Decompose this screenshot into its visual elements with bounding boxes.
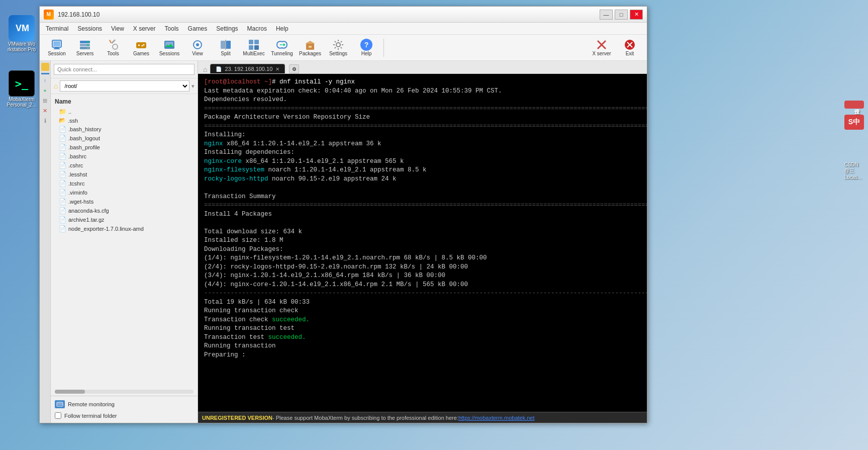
info-icon[interactable]: ℹ (41, 117, 49, 125)
tab-close-button[interactable]: ✕ (275, 66, 279, 72)
sessions-icon (163, 39, 175, 51)
terminal-line-preparing: Preparing : 1/1 (204, 351, 647, 360)
status-link[interactable]: https://mobaxterm.mobatek.net (458, 415, 535, 421)
menu-sessions[interactable]: Sessions (73, 24, 106, 33)
toolbar-split-button[interactable]: Split (213, 36, 239, 59)
path-dropdown[interactable]: /root/ (60, 80, 189, 92)
terminal-tab[interactable]: 📄 23. 192.168.100.10 ✕ (210, 64, 285, 73)
tree-item-lesshst[interactable]: 📄.lesshst (51, 170, 198, 179)
toolbar-packages-button[interactable]: Packages (297, 36, 323, 59)
close-button[interactable]: ✕ (630, 10, 643, 20)
tree-item-cshrc[interactable]: 📄.cshrc (51, 161, 198, 170)
mobaxterm-icon[interactable]: >_ MobaXtermPersonal_2... (4, 70, 39, 108)
tree-item-anaconda[interactable]: 📄anaconda-ks.cfg (51, 206, 198, 215)
menu-xserver[interactable]: X server (129, 24, 160, 33)
sidebar-inner: ↑ + ⊞ ✕ ℹ ⌂ /root/ (40, 61, 198, 423)
file-icon-10: 📄 (59, 207, 66, 214)
file-tree: Name 📁.. 📂.ssh 📄.bash_history 📄.bash_log… (51, 94, 198, 388)
toolbar-help-button[interactable]: ? Help (353, 36, 379, 59)
tree-item-tcshrc[interactable]: 📄.tcshrc (51, 179, 198, 188)
settings-label: Settings (329, 51, 347, 56)
tree-item-bash-logout[interactable]: 📄.bash_logout (51, 134, 198, 143)
toolbar-sessions-button[interactable]: Sessions (156, 36, 182, 59)
menu-view[interactable]: View (107, 24, 128, 33)
svg-rect-4 (54, 48, 60, 49)
vmware-icon[interactable]: VM VMware Workstation Pro (4, 15, 39, 52)
tools-label: Tools (107, 51, 119, 56)
svg-rect-25 (249, 40, 253, 44)
csdn-label[interactable]: CSDN @三Lucas... (844, 162, 864, 180)
file-icon-2: 📄 (59, 135, 66, 142)
svg-rect-23 (226, 41, 231, 49)
file-icon-12: 📄 (59, 225, 66, 232)
tree-item-ssh[interactable]: 📂.ssh (51, 116, 198, 125)
view-label: View (192, 51, 203, 56)
terminal-line-2: Last metadata expiration check: 0:04:40 … (204, 87, 647, 96)
multiexec-label: MultiExec (243, 51, 264, 56)
menu-help[interactable]: Help (272, 24, 293, 33)
toolbar-tools-button[interactable]: Tools (100, 36, 126, 59)
terminal-line-sep3: ========================================… (204, 201, 647, 210)
tree-item-bash-profile[interactable]: 📄.bash_profile (51, 143, 198, 152)
terminal-line-blank1 (204, 184, 647, 193)
tab-label: 23. 192.168.100.10 (225, 66, 272, 72)
toolbar-view-button[interactable]: View (184, 36, 211, 59)
exit-label: Exit (626, 51, 634, 56)
exit-icon (624, 39, 636, 51)
svg-point-8 (87, 41, 89, 43)
content-area: ↑ + ⊞ ✕ ℹ ⌂ /root/ (40, 61, 647, 423)
settings-icon (332, 39, 344, 51)
app-icon: M (44, 10, 54, 20)
up-icon[interactable]: ↑ (41, 76, 49, 84)
terminal-line-blank2 (204, 219, 647, 228)
tree-item-bash-history[interactable]: 📄.bash_history (51, 125, 198, 134)
menu-macros[interactable]: Macros (243, 24, 271, 33)
tree-item-dotdot[interactable]: 📁.. (51, 107, 198, 116)
terminal-line-installing: Installing: (204, 131, 647, 140)
tab-document-icon: 📄 (216, 66, 222, 72)
star-icon[interactable] (41, 63, 49, 71)
download-icon[interactable] (41, 73, 49, 74)
toolbar-session-button[interactable]: Session (44, 36, 70, 59)
personalization-button[interactable]: 个性设置 (844, 101, 864, 109)
sidebar-scrollbar[interactable] (55, 390, 194, 394)
search-input[interactable] (54, 64, 195, 75)
svg-point-21 (196, 43, 199, 46)
games-label: Games (133, 51, 149, 56)
x-icon[interactable]: ✕ (41, 107, 49, 115)
tree-item-archive[interactable]: 📄archive1.tar.gz (51, 215, 198, 224)
toolbar-servers-button[interactable]: Servers (72, 36, 98, 59)
terminal-content[interactable]: [root@localhost ~]# dnf install -y nginx… (198, 74, 647, 412)
svg-rect-15 (138, 45, 140, 46)
toolbar-xserver-button[interactable]: X server (589, 36, 615, 59)
title-bar: M 192.168.100.10 — □ ✕ (40, 7, 647, 23)
home-tab-icon[interactable]: ⌂ (200, 65, 210, 73)
menu-games[interactable]: Games (184, 24, 212, 33)
file-icon-3: 📄 (59, 144, 66, 151)
toolbar-tunneling-button[interactable]: Tunneling (269, 36, 295, 59)
minimize-button[interactable]: — (600, 10, 613, 20)
tree-item-node-exporter[interactable]: 📄node_exporter-1.7.0.linux-amd (51, 224, 198, 233)
tree-item-viminfo[interactable]: 📄.viminfo (51, 188, 198, 197)
file-icon-8: 📄 (59, 189, 66, 196)
toolbar: Session Servers Tools (40, 35, 647, 61)
toolbar-games-button[interactable]: Games (128, 36, 154, 59)
menu-tools[interactable]: Tools (161, 24, 183, 33)
menu-terminal[interactable]: Terminal (42, 24, 72, 33)
sougou-button[interactable]: S中 (844, 115, 864, 130)
remote-monitor-row: Remote monitoring (55, 400, 194, 408)
add-icon[interactable]: + (41, 86, 49, 95)
menu-settings[interactable]: Settings (212, 24, 242, 33)
tree-item-bashrc[interactable]: 📄.bashrc (51, 152, 198, 161)
tab-action-btn[interactable]: ⚙ (289, 64, 299, 73)
toolbar-settings-button[interactable]: Settings (325, 36, 351, 59)
grid-icon[interactable]: ⊞ (41, 97, 49, 105)
toolbar-exit-button[interactable]: Exit (617, 36, 643, 59)
xserver-icon (596, 39, 608, 51)
maximize-button[interactable]: □ (615, 10, 628, 20)
tree-item-wget-hsts[interactable]: 📄.wget-hsts (51, 197, 198, 206)
terminal-line-total-dl: Total download size: 634 k (204, 228, 647, 237)
follow-terminal-checkbox[interactable] (55, 412, 61, 419)
toolbar-multiexec-button[interactable]: MultiExec (241, 36, 267, 59)
svg-rect-2 (53, 41, 60, 46)
